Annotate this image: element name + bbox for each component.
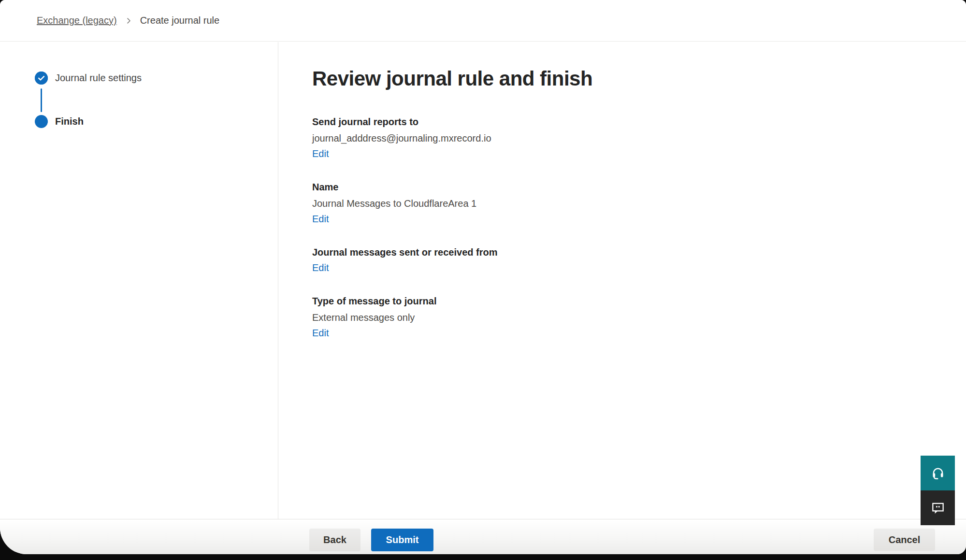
step-completed-check-icon (35, 72, 48, 85)
back-button[interactable]: Back (309, 529, 360, 551)
section-label: Journal messages sent or received from (312, 246, 947, 258)
section-value: Journal Messages to CloudflareArea 1 (312, 197, 947, 210)
step-label-finish: Finish (55, 116, 84, 127)
content-row: Journal rule settings Finish Review jour… (0, 42, 966, 519)
headset-icon (930, 465, 946, 481)
chevron-right-icon (125, 17, 132, 25)
edit-name-link[interactable]: Edit (312, 214, 329, 224)
step-label-journal-rule-settings: Journal rule settings (55, 72, 142, 84)
screen-background: Exchange (legacy) Create journal rule (0, 0, 966, 560)
wizard-footer: Back Submit Cancel (0, 519, 966, 554)
wizard-step-journal-rule-settings[interactable]: Journal rule settings (35, 72, 142, 85)
step-connector-line (41, 88, 42, 112)
breadcrumb-exchange-legacy-link[interactable]: Exchange (legacy) (37, 15, 117, 26)
cancel-button[interactable]: Cancel (874, 529, 935, 551)
page-title: Review journal rule and finish (312, 67, 947, 90)
edit-send-journal-reports-link[interactable]: Edit (312, 148, 329, 159)
breadcrumb-current: Create journal rule (140, 15, 220, 26)
breadcrumb-bar: Exchange (legacy) Create journal rule (0, 0, 966, 42)
wizard-steps-panel: Journal rule settings Finish (0, 42, 278, 519)
chat-bubble-icon (930, 500, 946, 516)
review-pane: Review journal rule and finish Send jour… (278, 42, 966, 519)
exchange-admin-window: Exchange (legacy) Create journal rule (0, 0, 966, 554)
edit-type-of-message-link[interactable]: Edit (312, 328, 329, 338)
review-section-send-journal-reports-to: Send journal reports to journal_adddress… (312, 115, 947, 161)
section-value: External messages only (312, 311, 947, 324)
review-section-journal-messages-sent-or-received: Journal messages sent or received from E… (312, 246, 947, 275)
submit-button[interactable]: Submit (371, 529, 433, 551)
section-label: Type of message to journal (312, 295, 947, 307)
feedback-button[interactable] (921, 490, 955, 525)
review-section-type-of-message: Type of message to journal External mess… (312, 295, 947, 340)
edit-journal-messages-link[interactable]: Edit (312, 262, 329, 273)
step-current-dot-icon (35, 115, 48, 128)
review-section-name: Name Journal Messages to CloudflareArea … (312, 181, 947, 226)
section-label: Name (312, 181, 947, 193)
wizard-step-finish[interactable]: Finish (35, 115, 84, 128)
breadcrumb: Exchange (legacy) Create journal rule (37, 15, 219, 26)
help-support-button[interactable] (921, 456, 955, 490)
section-label: Send journal reports to (312, 115, 947, 128)
section-value: journal_adddress@journaling.mxrecord.io (312, 132, 947, 144)
